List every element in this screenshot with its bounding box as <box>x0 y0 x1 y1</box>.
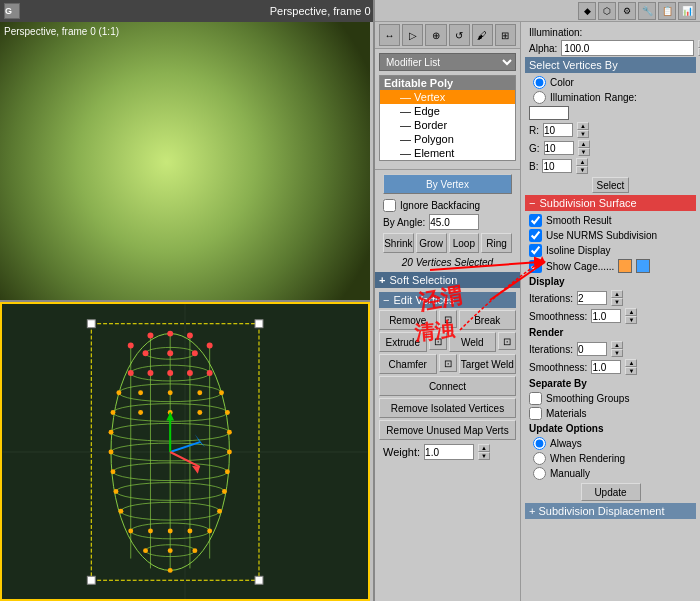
b-up-btn[interactable]: ▲ <box>576 158 588 166</box>
alpha-input[interactable] <box>561 40 694 56</box>
riter-up-btn[interactable]: ▲ <box>611 341 623 349</box>
select-icon[interactable]: ▷ <box>402 24 423 46</box>
connect-btn[interactable]: Connect <box>379 376 516 396</box>
remove-isolated-btn[interactable]: Remove Isolated Vertices <box>379 398 516 418</box>
target-weld-btn[interactable]: Target Weld <box>459 354 517 374</box>
modifier-list-select[interactable]: Modifier List <box>379 53 516 71</box>
modifier-list-row: Modifier List <box>379 53 516 71</box>
materials-check[interactable] <box>529 407 542 420</box>
smooth-result-check[interactable] <box>529 214 542 227</box>
rsmooth-down-btn[interactable]: ▼ <box>625 367 637 375</box>
extrude-settings-btn[interactable]: ⊡ <box>429 332 447 350</box>
select-vertices-btn[interactable]: Select <box>592 177 630 193</box>
iterations-input[interactable] <box>577 291 607 305</box>
editable-poly-item[interactable]: Editable Poly <box>380 76 515 90</box>
extrude-btn[interactable]: Extrude <box>379 332 427 352</box>
edge-item[interactable]: — Edge <box>380 104 515 118</box>
g-row: G: ▲ ▼ <box>525 139 696 157</box>
loop-btn[interactable]: Loop <box>449 233 480 253</box>
subdivision-header[interactable]: − Subdivision Surface <box>525 195 696 211</box>
render-iter-row: Iterations: ▲ ▼ <box>525 340 696 358</box>
polygon-item[interactable]: — Polygon <box>380 132 515 146</box>
border-item[interactable]: — Border <box>380 118 515 132</box>
insert-icon[interactable]: ⊞ <box>495 24 516 46</box>
smooth-up-btn[interactable]: ▲ <box>625 308 637 316</box>
remove-unused-btn[interactable]: Remove Unused Map Verts <box>379 420 516 440</box>
render-smooth-input[interactable] <box>591 360 621 374</box>
grow-btn[interactable]: Grow <box>416 233 447 253</box>
smooth-result-label: Smooth Result <box>546 215 612 226</box>
shrink-btn[interactable]: Shrink <box>383 233 414 253</box>
update-btn[interactable]: Update <box>581 483 641 501</box>
weight-input[interactable] <box>424 444 474 460</box>
color-radio[interactable] <box>533 76 546 89</box>
by-vertex-btn[interactable]: By Vertex <box>383 174 512 194</box>
iter-down-btn[interactable]: ▼ <box>611 298 623 306</box>
when-rendering-radio[interactable] <box>533 452 546 465</box>
r-input[interactable] <box>543 123 573 137</box>
select-vertices-header[interactable]: Select Vertices By <box>525 57 696 73</box>
b-input[interactable] <box>542 159 572 173</box>
ring-btn[interactable]: Ring <box>481 233 512 253</box>
viewport-top[interactable]: Perspective, frame 0 (1:1) <box>0 22 370 302</box>
render-iter-input[interactable] <box>577 342 607 356</box>
r-down-btn[interactable]: ▼ <box>577 130 589 138</box>
r-spinner: ▲ ▼ <box>577 122 589 138</box>
g-up-btn[interactable]: ▲ <box>578 140 590 148</box>
cage-color2[interactable] <box>636 259 650 273</box>
show-cage-check[interactable] <box>529 260 542 273</box>
smoothness-input[interactable] <box>591 309 621 323</box>
svg-point-35 <box>138 390 143 395</box>
icon5[interactable]: 📋 <box>658 2 676 20</box>
manually-radio[interactable] <box>533 467 546 480</box>
b-down-btn[interactable]: ▼ <box>576 166 588 174</box>
remove-settings-btn[interactable]: ⊡ <box>439 310 457 328</box>
iter-up-btn[interactable]: ▲ <box>611 290 623 298</box>
show-cage-row: Show Cage...... <box>525 258 696 274</box>
ignore-backfacing-check[interactable] <box>383 199 396 212</box>
icon3[interactable]: ⚙ <box>618 2 636 20</box>
smooth-down-btn[interactable]: ▼ <box>625 316 637 324</box>
edit-vertices-header[interactable]: − Edit Vertices <box>379 292 516 308</box>
main-scroll[interactable]: ↔ ▷ ⊕ ↺ 🖌 ⊞ Modifier List Editable P <box>375 22 520 601</box>
use-nurms-check[interactable] <box>529 229 542 242</box>
illumination-radio[interactable] <box>533 91 546 104</box>
weld-btn[interactable]: Weld <box>449 332 497 352</box>
element-item[interactable]: — Element <box>380 146 515 160</box>
weight-spinner: ▲ ▼ <box>478 444 490 460</box>
soft-selection-header[interactable]: + Soft Selection <box>375 272 520 288</box>
paint-icon[interactable]: 🖌 <box>472 24 493 46</box>
weld-settings-btn[interactable]: ⊡ <box>498 332 516 350</box>
color-picker[interactable] <box>529 106 569 120</box>
isoline-check[interactable] <box>529 244 542 257</box>
scale-icon[interactable]: ⊕ <box>425 24 446 46</box>
svg-point-33 <box>116 390 121 395</box>
g-down-btn[interactable]: ▼ <box>578 148 590 156</box>
vertex-item[interactable]: — Vertex <box>380 90 515 104</box>
rsmooth-up-btn[interactable]: ▲ <box>625 359 637 367</box>
icon2[interactable]: ⬡ <box>598 2 616 20</box>
cage-color1[interactable] <box>618 259 632 273</box>
subdiv-displacement-header[interactable]: + Subdivision Displacement <box>525 503 696 519</box>
move-icon[interactable]: ↔ <box>379 24 400 46</box>
always-radio[interactable] <box>533 437 546 450</box>
icon1[interactable]: ◆ <box>578 2 596 20</box>
riter-down-btn[interactable]: ▼ <box>611 349 623 357</box>
chamfer-settings-btn[interactable]: ⊡ <box>439 354 457 372</box>
weight-down-btn[interactable]: ▼ <box>478 452 490 460</box>
chamfer-btn[interactable]: Chamfer <box>379 354 437 374</box>
by-angle-label: By Angle: <box>383 217 425 228</box>
rotate-icon[interactable]: ↺ <box>449 24 470 46</box>
modifier-panel: Modifier List Editable Poly — Vertex — E… <box>375 49 520 170</box>
break-btn[interactable]: Break <box>459 310 517 330</box>
r-up-btn[interactable]: ▲ <box>577 122 589 130</box>
weight-up-btn[interactable]: ▲ <box>478 444 490 452</box>
by-angle-input[interactable] <box>429 214 479 230</box>
viewport-bottom[interactable]: Perspective <box>0 302 370 601</box>
g-input[interactable] <box>544 141 574 155</box>
icon6[interactable]: 📊 <box>678 2 696 20</box>
illumination-radio-label: Illumination <box>550 92 601 103</box>
icon4[interactable]: 🔧 <box>638 2 656 20</box>
remove-btn[interactable]: Remove <box>379 310 437 330</box>
smoothing-groups-check[interactable] <box>529 392 542 405</box>
